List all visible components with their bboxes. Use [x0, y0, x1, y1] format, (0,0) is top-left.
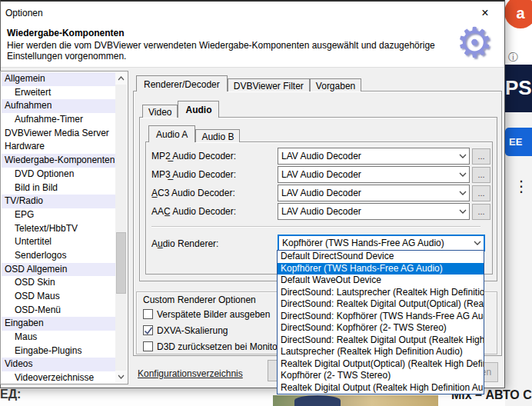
sidebar-item[interactable]: Wiedergabe-Komponenten [2, 154, 115, 168]
category-listbox: AllgemeinErweitertAufnahmenAufnahme-Time… [0, 71, 128, 384]
sidebar-item[interactable]: Teletext/HbbTV [2, 222, 115, 236]
sidebar-item[interactable]: Eingabe-Plugins [2, 344, 115, 358]
decoder-row: MP3̲ Audio Decoder: LAV Audio Decoder ..… [151, 166, 490, 183]
video-thumbnail[interactable] [273, 395, 438, 406]
category-list: AllgemeinErweitertAufnahmenAufnahme-Time… [2, 72, 115, 383]
page-description-line1: Hier werden die vom DVBViewer verwendete… [7, 40, 435, 51]
sidebar-item[interactable]: DVD Optionen [2, 168, 115, 181]
sidebar-scrollbar[interactable] [115, 72, 127, 383]
sidebar-item[interactable]: Maus [2, 331, 115, 344]
scrollbar-thumb[interactable] [116, 232, 126, 294]
page-description-line2: Einstellungen vorgenommen. [7, 51, 126, 62]
decoder-combobox[interactable]: LAV Audio Decoder [278, 203, 470, 220]
sidebar-item[interactable]: Hardware [2, 140, 115, 154]
tabstrip-audio-ab: Audio AAudio B [148, 125, 240, 142]
chevron-down-icon [457, 191, 469, 195]
checkbox-row[interactable]: DXVA-Skalierung [143, 322, 278, 338]
checkbox-label: D3D zurücksetzen bei Monito [157, 341, 278, 352]
checkbox-list: Verspätete Bilder ausgeben DXVA-Skalieru… [143, 306, 278, 354]
sidebar-item[interactable]: Videos [2, 358, 115, 371]
tabstrip-video-audio: VideoAudio [142, 101, 219, 118]
page-title: Wiedergabe-Komponenten [7, 28, 125, 38]
dropdown-option[interactable]: Lautsprecher (Realtek High Definition Au… [278, 346, 484, 358]
sidebar-item[interactable]: Aufnahme-Timer [2, 113, 115, 127]
sidebar-item[interactable]: Eingaben [2, 317, 115, 331]
tab[interactable]: Audio [178, 101, 219, 118]
decoder-row: A̲C3 Audio Decoder: LAV Audio Decoder ..… [151, 185, 490, 201]
sidebar-item[interactable]: OSD Skin [2, 276, 115, 290]
tab[interactable]: Audio A [148, 125, 195, 142]
dropdown-option[interactable]: Realtek Digital Output(Optical) (Realtek… [278, 358, 484, 371]
scroll-down-icon[interactable] [115, 371, 127, 383]
tab[interactable]: Video [142, 105, 178, 118]
config-directory-link[interactable]: Konfigurationsverzeichnis [138, 368, 243, 379]
tab[interactable]: Audio B [195, 129, 240, 142]
thumbnail-shape [294, 395, 341, 406]
dropdown-option[interactable]: Default DirectSound Device [278, 251, 484, 263]
decoder-label: AAC̲ Audio Decoder: [151, 206, 278, 217]
checkbox-row[interactable]: Verspätete Bilder ausgeben [143, 306, 278, 322]
sidebar-item[interactable]: Aufnahmen [2, 99, 115, 113]
dropdown-option[interactable]: Kopfhörer (2- TWS Stereo) [278, 370, 484, 382]
checkbox-row[interactable]: D3D zurücksetzen bei Monito [143, 338, 278, 354]
sidebar-item[interactable]: Videoverzeichnisse [2, 371, 115, 383]
tab[interactable]: Renderer/Decoder [136, 75, 228, 92]
dropdown-option[interactable]: DirectSound: Kopfhörer (2- TWS Stereo) [278, 322, 484, 334]
dropdown-option[interactable]: Default WaveOut Device [278, 275, 484, 287]
checkbox[interactable] [143, 341, 153, 351]
tab[interactable]: Vorgaben [310, 78, 361, 92]
chevron-down-icon [457, 209, 469, 214]
chevron-down-icon [457, 172, 469, 177]
sidebar-item[interactable]: Allgemein [2, 72, 115, 86]
dropdown-option[interactable]: DirectSound: Realtek Digital Output(Opti… [278, 298, 484, 311]
decoder-more-button[interactable]: ... [472, 148, 490, 165]
scroll-up-icon[interactable] [115, 72, 127, 85]
info-icon[interactable]: ⓘ [508, 51, 518, 65]
sidebar-item[interactable]: DVBViewer Media Server [2, 127, 115, 141]
sidebar-item[interactable]: TV/Radio [2, 195, 115, 208]
chevron-down-icon [457, 154, 469, 158]
tabstrip-renderer-decoder: Renderer/DecoderDVBViewer FilterVorgaben [136, 75, 361, 92]
checkbox[interactable] [143, 309, 153, 319]
dropdown-option[interactable]: DirectSound: Lautsprecher (Realtek High … [278, 287, 484, 299]
sidebar-item[interactable]: OSD Allgemein [2, 263, 115, 277]
audio-renderer-dropdown: Default DirectSound DeviceKopfhörer (TWS… [277, 250, 484, 394]
decoder-more-button[interactable]: ... [472, 167, 490, 183]
dialog-header: Wiedergabe-Komponenten Hier werden die v… [1, 25, 504, 68]
sidebar-item[interactable]: OSD Maus [2, 290, 115, 304]
dropdown-option[interactable]: Realtek Digital Output (Realtek High Def… [278, 382, 484, 394]
decoder-combobox[interactable]: LAV Audio Decoder [278, 185, 470, 201]
separator [151, 226, 480, 228]
decoder-row: AAC̲ Audio Decoder: LAV Audio Decoder ..… [151, 203, 490, 220]
screen: a ⓘ PS EE ⋮ ЕД: Mix – АВТО CLASS Optione… [0, 0, 532, 406]
checkbox-label: Verspätete Bilder ausgeben [157, 309, 270, 320]
sidebar-item[interactable]: Senderlogos [2, 249, 115, 263]
audio-renderer-combobox[interactable]: Kopfhörer (TWS Hands-Free AG Audio) [278, 235, 485, 251]
decoder-label: A̲C3 Audio Decoder: [151, 188, 278, 198]
sidebar-item[interactable]: OSD-Menü [2, 304, 115, 318]
checkbox[interactable] [143, 325, 153, 335]
decoder-more-button[interactable]: ... [472, 185, 490, 201]
decoder-label: MP3̲ Audio Decoder: [151, 169, 278, 180]
free-button[interactable]: EE [505, 128, 532, 156]
decoder-more-button[interactable]: ... [472, 204, 490, 220]
window-title: Optionen [5, 8, 43, 18]
sidebar-item[interactable]: Bild in Bild [2, 181, 115, 195]
gear-icon: ⚙ [456, 18, 493, 67]
sidebar-item[interactable]: EPG [2, 208, 115, 222]
kebab-menu-icon[interactable]: ⋮ [514, 177, 529, 195]
group-title: Custom Renderer Optionen [143, 295, 256, 305]
tab[interactable]: DVBViewer Filter [228, 78, 310, 92]
sidebar-item[interactable]: Untertitel [2, 235, 115, 249]
chevron-down-icon [471, 241, 484, 245]
dropdown-option[interactable]: DirectSound: Kopfhörer (TWS Hands-Free A… [278, 311, 484, 323]
dropdown-option[interactable]: DirectSound: Realtek Digital Output (Rea… [278, 334, 484, 347]
background-text-fragment: ЕД: [0, 388, 21, 401]
decoder-combobox[interactable]: LAV Audio Decoder [278, 166, 470, 183]
decoder-rows: MP2̲ Audio Decoder: LAV Audio Decoder ..… [151, 148, 490, 221]
sidebar-item[interactable]: Erweitert [2, 86, 115, 100]
decoder-combobox[interactable]: LAV Audio Decoder [278, 148, 470, 165]
decoder-row: MP2̲ Audio Decoder: LAV Audio Decoder ..… [151, 148, 490, 165]
titlebar[interactable]: Optionen × [1, 2, 504, 25]
dropdown-option[interactable]: Kopfhörer (TWS Hands-Free AG Audio) [278, 263, 484, 275]
